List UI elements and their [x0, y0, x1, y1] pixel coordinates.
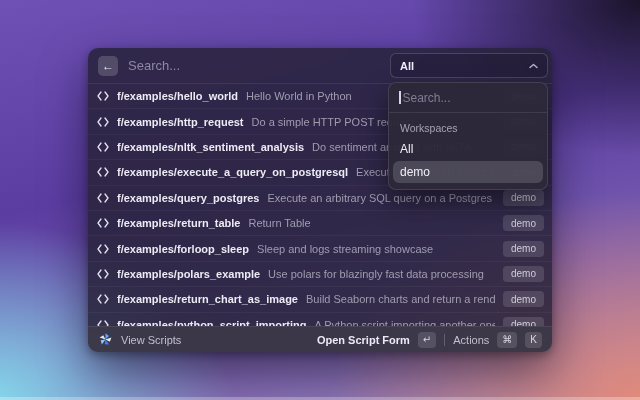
code-icon	[97, 193, 109, 203]
workspace-search-input[interactable]	[403, 91, 538, 105]
code-icon	[97, 294, 109, 304]
windmill-logo-icon	[98, 332, 113, 347]
script-description: Sleep and logs streaming showcase	[257, 243, 495, 255]
script-path: f/examples/python_script_importing	[117, 319, 306, 326]
result-row[interactable]: f/examples/return_tableReturn Tabledemo	[88, 211, 552, 236]
result-row[interactable]: f/examples/return_chart_as_imageBuild Se…	[88, 287, 552, 312]
chevron-up-icon	[529, 63, 538, 69]
workspace-select[interactable]: All	[390, 53, 548, 78]
script-path: f/examples/forloop_sleep	[117, 243, 249, 255]
script-path: f/examples/query_postgres	[117, 192, 259, 204]
code-icon	[97, 91, 109, 101]
script-path: f/examples/http_request	[117, 116, 244, 128]
workspace-option-all[interactable]: All	[393, 138, 543, 160]
footer-view-label: View Scripts	[121, 334, 181, 346]
result-row[interactable]: f/examples/polars_exampleUse polars for …	[88, 262, 552, 287]
back-arrow-icon: ←	[102, 60, 114, 72]
workspace-badge: demo	[503, 241, 544, 257]
enter-key-icon: ↵	[418, 332, 436, 348]
text-caret	[399, 91, 401, 104]
workspace-badge: demo	[503, 266, 544, 282]
code-icon	[97, 218, 109, 228]
code-icon	[97, 142, 109, 152]
script-path: f/examples/return_table	[117, 217, 241, 229]
script-description: Use polars for blazingly fast data proce…	[268, 268, 495, 280]
workspace-search-wrap	[389, 83, 547, 113]
cmd-key-icon: ⌘	[497, 332, 517, 348]
actions-label[interactable]: Actions	[453, 334, 489, 346]
code-icon	[97, 269, 109, 279]
result-row[interactable]: f/examples/python_script_importingA Pyth…	[88, 313, 552, 326]
workspace-dropdown: Workspaces All demo	[388, 82, 548, 190]
open-script-form-label[interactable]: Open Script Form	[317, 334, 410, 346]
footer-divider	[444, 334, 445, 346]
k-key-label: K	[525, 332, 542, 348]
workspace-badge: demo	[503, 291, 544, 307]
script-description: A Python script importing another one	[314, 319, 495, 326]
workspace-badge: demo	[503, 190, 544, 206]
script-path: f/examples/hello_world	[117, 90, 238, 102]
script-path: f/examples/execute_a_query_on_postgresql	[117, 166, 348, 178]
script-search-modal: ← All Workspaces All demo f/examples/hel…	[88, 48, 552, 352]
script-path: f/examples/return_chart_as_image	[117, 293, 298, 305]
code-icon	[97, 167, 109, 177]
script-description: Build Seaborn charts and return a render…	[306, 293, 495, 305]
workspace-badge: demo	[503, 317, 544, 326]
result-row[interactable]: f/examples/forloop_sleepSleep and logs s…	[88, 236, 552, 261]
workspace-badge: demo	[503, 215, 544, 231]
workspace-option-demo[interactable]: demo	[393, 161, 543, 183]
script-path: f/examples/nltk_sentiment_analysis	[117, 141, 304, 153]
code-icon	[97, 244, 109, 254]
modal-footer: View Scripts Open Script Form ↵ Actions …	[88, 326, 552, 352]
workspace-select-value: All	[400, 60, 414, 72]
workspace-group-label: Workspaces	[389, 113, 547, 137]
script-description: Return Table	[249, 217, 495, 229]
code-icon	[97, 117, 109, 127]
back-button[interactable]: ←	[98, 56, 118, 76]
script-path: f/examples/polars_example	[117, 268, 260, 280]
script-description: Execute an arbitrary SQL query on a Post…	[267, 192, 495, 204]
